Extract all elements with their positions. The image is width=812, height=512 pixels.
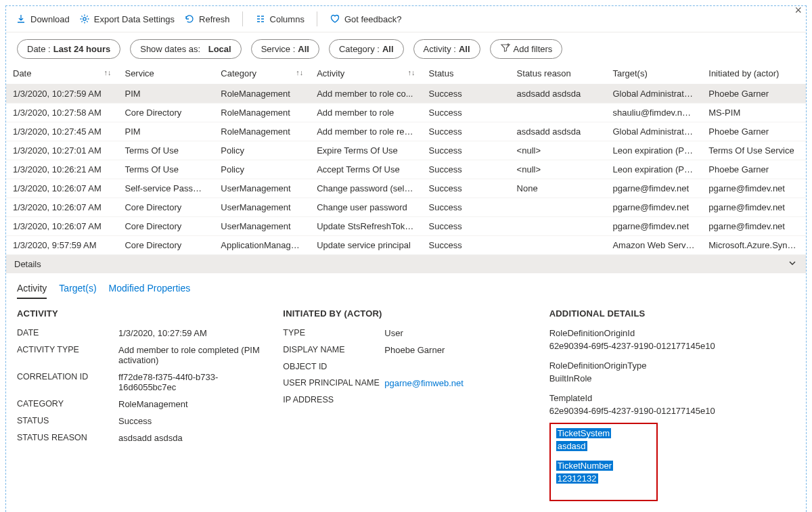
cell-initiated: Phoebe Garner <box>702 85 806 103</box>
label: IP ADDRESS <box>283 395 384 404</box>
table-row[interactable]: 1/3/2020, 10:26:07 AMCore DirectoryUserM… <box>6 217 806 236</box>
filter-date-label: Date : <box>27 44 51 54</box>
columns-button[interactable]: Columns <box>255 14 304 24</box>
col-status[interactable]: Status <box>422 63 510 85</box>
table-row[interactable]: 1/3/2020, 10:27:01 AMTerms Of UsePolicyE… <box>6 141 806 160</box>
table-row[interactable]: 1/3/2020, 10:27:59 AMPIMRoleManagementAd… <box>6 85 806 103</box>
value: Phoebe Garner <box>384 345 528 355</box>
col-activity[interactable]: Activity↑↓ <box>310 63 422 85</box>
filter-date-value: Last 24 hours <box>53 44 111 54</box>
filter-show-dates-label: Show dates as: <box>140 44 200 54</box>
value: asdsadd asdsda <box>118 433 263 443</box>
cell-initiated: Microsoft.Azure.SyncFab... <box>702 236 806 255</box>
cell-targets: Global Administrator, 88... <box>606 122 702 141</box>
cell-status: Success <box>422 160 510 179</box>
cell-targets: pgarne@fimdev.net <box>606 217 702 236</box>
table-row[interactable]: 1/3/2020, 9:57:59 AMCore DirectoryApplic… <box>6 236 806 255</box>
col-targets[interactable]: Target(s) <box>606 63 702 85</box>
col-category[interactable]: Category↑↓ <box>214 63 310 85</box>
upn-link[interactable]: pgarne@fimweb.net <box>384 378 528 388</box>
separator <box>317 11 317 26</box>
additional-item: RoleDefinitionOriginId62e90394-69f5-4237… <box>549 328 795 351</box>
label: ACTIVITY TYPE <box>17 345 118 365</box>
detail-content: ACTIVITY DATE1/3/2020, 10:27:59 AM ACTIV… <box>6 299 806 512</box>
cell-service: Core Directory <box>118 198 214 217</box>
details-bar[interactable]: Details <box>6 255 806 273</box>
cell-activity: Change password (self-s... <box>310 179 422 198</box>
cell-category: ApplicationManagement <box>214 236 310 255</box>
cell-reason: <null> <box>510 160 606 179</box>
cell-service: Core Directory <box>118 217 214 236</box>
cell-service: PIM <box>118 122 214 141</box>
refresh-button[interactable]: Refresh <box>184 14 230 24</box>
feedback-label: Got feedback? <box>344 14 402 24</box>
columns-label: Columns <box>270 14 304 24</box>
additional-heading: ADDITIONAL DETAILS <box>549 308 795 319</box>
value: RoleManagement <box>118 399 263 409</box>
filter-activity[interactable]: Activity : All <box>413 39 480 59</box>
svg-point-0 <box>83 18 86 20</box>
filter-category-value: All <box>382 44 394 54</box>
cell-date: 1/3/2020, 10:27:45 AM <box>6 122 118 141</box>
cell-activity: Add member to role <box>310 103 422 122</box>
actor-heading: INITIATED BY (ACTOR) <box>283 308 528 319</box>
value: Success <box>118 416 263 426</box>
cell-date: 1/3/2020, 10:26:07 AM <box>6 217 118 236</box>
sort-icon: ↑↓ <box>408 68 415 76</box>
tab-targets[interactable]: Target(s) <box>59 283 96 299</box>
cell-status: Success <box>422 85 510 103</box>
cell-initiated: pgarne@fimdev.net <box>702 198 806 217</box>
cell-category: RoleManagement <box>214 85 310 103</box>
tab-modified-properties[interactable]: Modified Properties <box>109 283 191 299</box>
heart-icon <box>330 14 340 24</box>
label: CATEGORY <box>17 399 118 409</box>
table-row[interactable]: 1/3/2020, 10:26:21 AMTerms Of UsePolicyA… <box>6 160 806 179</box>
cell-targets: Leon expiration (PT1M), ... <box>606 141 702 160</box>
close-icon[interactable]: × <box>794 3 802 18</box>
add-filters-button[interactable]: Add filters <box>490 39 563 59</box>
cell-reason <box>510 217 606 236</box>
table-row[interactable]: 1/3/2020, 10:26:07 AMSelf-service Passwo… <box>6 179 806 198</box>
tab-activity[interactable]: Activity <box>17 283 47 299</box>
table-row[interactable]: 1/3/2020, 10:26:07 AMCore DirectoryUserM… <box>6 198 806 217</box>
columns-icon <box>255 14 266 24</box>
command-bar: Download Export Data Settings Refresh Co… <box>6 6 806 32</box>
details-bar-label: Details <box>14 259 41 269</box>
value: 1/3/2020, 10:27:59 AM <box>118 328 263 338</box>
cell-targets: pgarne@fimdev.net <box>606 179 702 198</box>
cell-date: 1/3/2020, 10:26:07 AM <box>6 198 118 217</box>
cell-service: PIM <box>118 85 214 103</box>
filter-date[interactable]: Date : Last 24 hours <box>17 39 120 59</box>
cell-activity: Expire Terms Of Use <box>310 141 422 160</box>
col-date[interactable]: Date↑↓ <box>6 63 118 85</box>
refresh-icon <box>184 14 195 24</box>
filter-service[interactable]: Service : All <box>251 39 319 59</box>
table-row[interactable]: 1/3/2020, 10:27:58 AMCore DirectoryRoleM… <box>6 103 806 122</box>
col-initiated-by[interactable]: Initiated by (actor) <box>702 63 806 85</box>
download-label: Download <box>30 14 70 24</box>
cell-activity: Update StsRefreshToken... <box>310 217 422 236</box>
label: STATUS REASON <box>17 433 118 443</box>
col-status-reason[interactable]: Status reason <box>510 63 606 85</box>
label: CORRELATION ID <box>17 372 118 392</box>
cell-date: 1/3/2020, 9:57:59 AM <box>6 236 118 255</box>
cell-category: RoleManagement <box>214 103 310 122</box>
filter-category[interactable]: Category : All <box>329 39 404 59</box>
export-settings-button[interactable]: Export Data Settings <box>79 14 175 24</box>
label: USER PRINCIPAL NAME <box>283 378 384 388</box>
table-row[interactable]: 1/3/2020, 10:27:45 AMPIMRoleManagementAd… <box>6 122 806 141</box>
chevron-down-icon <box>787 258 798 271</box>
feedback-button[interactable]: Got feedback? <box>330 14 402 24</box>
add-filter-icon <box>500 43 511 55</box>
export-label: Export Data Settings <box>94 14 175 24</box>
col-service[interactable]: Service <box>118 63 214 85</box>
download-button[interactable]: Download <box>16 14 70 24</box>
filter-show-dates[interactable]: Show dates as: Local <box>130 39 241 59</box>
value: Add member to role completed (PIM activa… <box>118 345 263 365</box>
cell-activity: Add member to role co... <box>310 85 422 103</box>
additional-details-section: ADDITIONAL DETAILS RoleDefinitionOriginI… <box>549 308 795 501</box>
cell-targets: Leon expiration (PT1M), ... <box>606 160 702 179</box>
filter-activity-label: Activity : <box>424 44 456 54</box>
highlighted-box: TicketSystemasdasdTicketNumber12312132 <box>549 423 658 501</box>
cell-initiated: Terms Of Use Service <box>702 141 806 160</box>
